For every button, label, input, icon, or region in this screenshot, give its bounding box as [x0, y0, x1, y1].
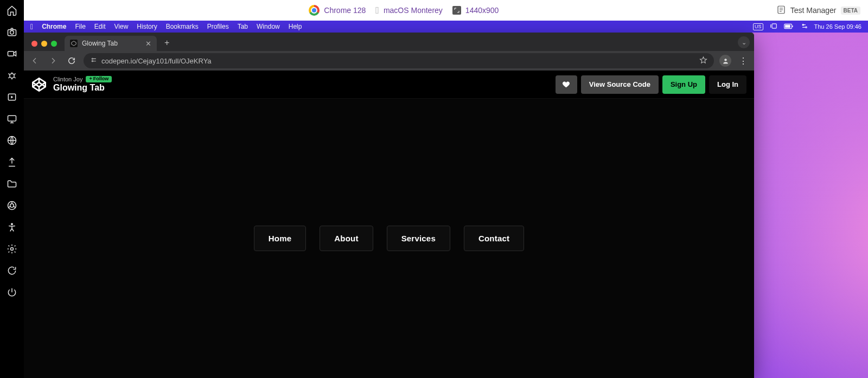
glow-nav: Home About Services Contact: [254, 226, 524, 251]
nav-reload-button[interactable]: [65, 54, 78, 67]
omnibox[interactable]: codepen.io/Cejay101/full/OJeKRYa: [84, 53, 714, 68]
glow-tab-about[interactable]: About: [320, 226, 373, 251]
tab-title: Glowing Tab: [82, 40, 141, 47]
video-icon[interactable]: [6, 48, 18, 60]
menu-bookmarks[interactable]: Bookmarks: [166, 23, 199, 30]
chrome-menu-button[interactable]: ⋮: [737, 56, 750, 66]
svg-rect-2: [8, 52, 14, 56]
close-tab-icon[interactable]: ✕: [145, 40, 151, 48]
address-bar-row: codepen.io/Cejay101/full/OJeKRYa ⋮: [24, 51, 754, 71]
os-badge:  macOS Monterey: [375, 5, 443, 16]
maximize-window-button[interactable]: [51, 41, 57, 47]
glow-tab-home[interactable]: Home: [254, 226, 306, 251]
close-window-button[interactable]: [31, 41, 37, 47]
os-label: macOS Monterey: [384, 6, 443, 15]
follow-button[interactable]: + Follow: [86, 76, 112, 82]
battery-icon[interactable]: [784, 23, 794, 30]
svg-point-16: [92, 61, 93, 62]
pen-title: Glowing Tab: [53, 83, 112, 93]
beta-badge: BETA: [841, 7, 860, 15]
pen-content: Home About Services Contact: [24, 99, 754, 378]
menu-history[interactable]: History: [137, 23, 157, 30]
control-center-icon[interactable]: [800, 22, 808, 31]
power-icon[interactable]: [6, 286, 18, 298]
chrome-outline-icon[interactable]: [6, 200, 18, 212]
menu-tab[interactable]: Tab: [238, 23, 248, 30]
apple-icon: : [375, 5, 379, 16]
play-rect-icon[interactable]: [6, 91, 18, 103]
new-tab-button[interactable]: +: [160, 35, 174, 51]
test-manager-label[interactable]: Test Manager: [790, 6, 837, 15]
input-source-icon[interactable]: US: [753, 23, 763, 30]
chrome-window: Glowing Tab ✕ + ⌄ codepen.io/Cejay101/fu…: [24, 33, 754, 378]
bookmark-star-icon[interactable]: [699, 56, 707, 66]
browser-badge: Chrome 128: [309, 5, 366, 16]
accessibility-icon[interactable]: [6, 221, 18, 233]
browser-tab[interactable]: Glowing Tab ✕: [65, 36, 157, 51]
svg-point-17: [724, 59, 726, 61]
upload-icon[interactable]: [6, 156, 18, 168]
app-menu[interactable]: Chrome: [42, 23, 66, 30]
log-in-button[interactable]: Log In: [709, 75, 746, 94]
svg-rect-12: [772, 24, 776, 28]
glow-tab-services[interactable]: Services: [387, 226, 450, 251]
window-controls: [29, 41, 61, 51]
chrome-icon: [309, 5, 320, 16]
site-info-icon[interactable]: [90, 56, 97, 65]
stage-manager-icon[interactable]: [770, 23, 777, 30]
test-manager-icon: [776, 5, 786, 16]
tab-strip: Glowing Tab ✕ + ⌄: [24, 33, 754, 51]
view-source-button[interactable]: View Source Code: [581, 75, 659, 94]
menu-items: File Edit View History Bookmarks Profile…: [75, 23, 302, 30]
pen-meta: Clinton Joy + Follow Glowing Tab: [53, 76, 112, 93]
like-button[interactable]: [556, 75, 577, 94]
gear-icon[interactable]: [6, 243, 18, 255]
resolution-icon: [452, 6, 461, 15]
tab-overflow-button[interactable]: ⌄: [738, 36, 750, 48]
home-icon[interactable]: [6, 4, 18, 16]
resolution-label: 1440x900: [465, 6, 499, 15]
menu-profiles[interactable]: Profiles: [207, 23, 229, 30]
svg-point-1: [10, 31, 14, 35]
menubar-datetime[interactable]: Thu 26 Sep 09:46: [814, 23, 861, 30]
tab-favicon: [70, 40, 78, 47]
sign-up-button[interactable]: Sign Up: [662, 75, 705, 94]
apple-menu-icon[interactable]: : [30, 22, 33, 31]
svg-point-10: [11, 248, 14, 251]
svg-point-8: [10, 204, 14, 208]
resolution-badge: 1440x900: [452, 6, 499, 15]
url-text: codepen.io/Cejay101/full/OJeKRYa: [101, 57, 695, 65]
svg-point-15: [92, 58, 93, 59]
camera-icon[interactable]: [6, 26, 18, 38]
globe-icon[interactable]: [6, 134, 18, 146]
desktop-wallpaper:  Chrome File Edit View History Bookmark…: [24, 21, 868, 378]
monitor-icon[interactable]: [6, 113, 18, 125]
harness-sidebar: [0, 0, 24, 378]
svg-point-9: [11, 223, 13, 225]
menu-view[interactable]: View: [114, 23, 129, 30]
minimize-window-button[interactable]: [41, 41, 47, 47]
profile-button[interactable]: [719, 55, 731, 67]
nav-back-button[interactable]: [28, 54, 41, 67]
browser-label: Chrome 128: [324, 6, 366, 15]
menu-window[interactable]: Window: [257, 23, 280, 30]
menu-help[interactable]: Help: [289, 23, 302, 30]
svg-rect-14: [785, 24, 790, 28]
pen-author[interactable]: Clinton Joy: [53, 76, 82, 82]
menu-file[interactable]: File: [75, 23, 85, 30]
codepen-header: Clinton Joy + Follow Glowing Tab View So…: [24, 71, 754, 99]
nav-forward-button[interactable]: [47, 54, 60, 67]
glow-tab-contact[interactable]: Contact: [464, 226, 524, 251]
folder-icon[interactable]: [6, 178, 18, 190]
sync-icon[interactable]: [6, 265, 18, 277]
svg-rect-5: [8, 116, 16, 121]
codepen-logo-icon[interactable]: [31, 77, 47, 92]
bug-icon[interactable]: [6, 69, 18, 81]
menu-edit[interactable]: Edit: [94, 23, 106, 30]
svg-point-3: [10, 74, 14, 78]
harness-statusbar: Chrome 128  macOS Monterey 1440x900 Tes…: [24, 0, 868, 21]
mac-menubar:  Chrome File Edit View History Bookmark…: [24, 21, 868, 33]
